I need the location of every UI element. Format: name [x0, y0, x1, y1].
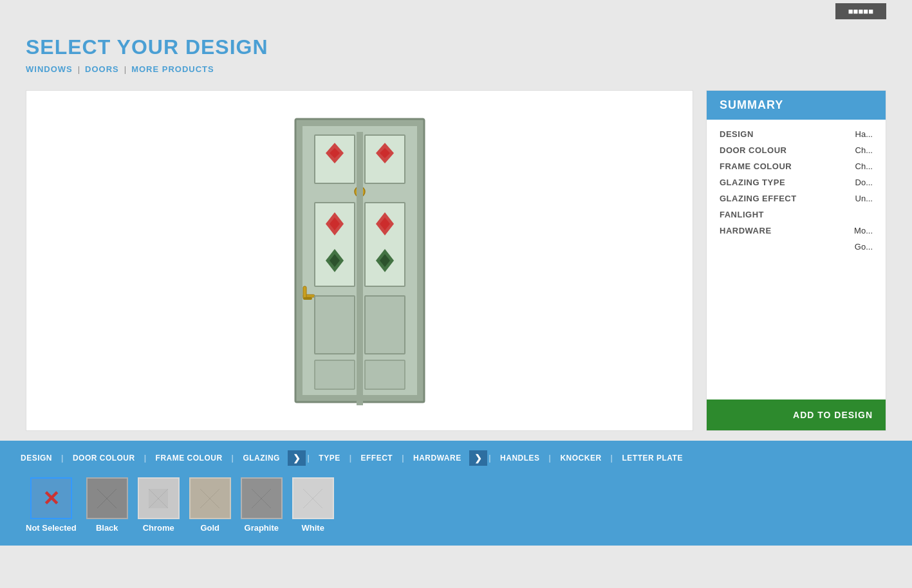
option-label-not-selected: Not Selected: [26, 523, 77, 533]
summary-header: SUMMARY: [707, 91, 886, 120]
summary-panel: SUMMARY DESIGN Ha... DOOR COLOUR Ch... F…: [706, 90, 886, 431]
tab-sep-5: |: [349, 454, 352, 463]
tab-door-colour[interactable]: DOOR COLOUR: [65, 448, 143, 468]
summary-row-glazing-effect: GLAZING EFFECT Un...: [720, 194, 873, 203]
nav-button[interactable]: ■■■■■: [835, 3, 886, 19]
tab-sep-8: |: [549, 454, 552, 463]
options-row: ✕ Not Selected Black: [13, 468, 899, 546]
summary-label-glazing-effect: GLAZING EFFECT: [720, 194, 797, 203]
tab-sep-7: |: [489, 454, 491, 463]
tab-frame-colour[interactable]: FRAME COLOUR: [148, 448, 230, 468]
option-label-gold: Gold: [200, 523, 219, 533]
svg-rect-24: [365, 296, 405, 354]
option-graphite[interactable]: Graphite: [241, 477, 283, 533]
tab-sep-6: |: [402, 454, 404, 463]
black-swatch: [86, 477, 128, 519]
summary-label-door-colour: DOOR COLOUR: [720, 145, 786, 155]
tab-type[interactable]: TYPE: [311, 448, 348, 468]
black-swatch-pattern: [97, 489, 116, 508]
tabs-row: DESIGN | DOOR COLOUR | FRAME COLOUR | GL…: [13, 448, 899, 468]
tab-letter-plate[interactable]: LETTER PLATE: [614, 448, 690, 468]
tab-handles[interactable]: HANDLES: [492, 448, 548, 468]
nav-sep-1: |: [78, 64, 80, 74]
page-title: SELECT YOUR DESIGN: [26, 35, 268, 59]
summary-value-design: Ha...: [855, 129, 873, 139]
option-not-selected[interactable]: ✕ Not Selected: [26, 477, 77, 533]
white-swatch: [292, 477, 334, 519]
summary-body: DESIGN Ha... DOOR COLOUR Ch... FRAME COL…: [707, 120, 886, 400]
summary-label-glazing-type: GLAZING TYPE: [720, 178, 785, 187]
summary-value-glazing-effect: Un...: [855, 194, 873, 203]
add-to-design-button[interactable]: ADD TO DESIGN: [707, 400, 886, 430]
tab-sep-2: |: [144, 454, 147, 463]
summary-row-extra: Go...: [720, 242, 873, 252]
nav-sep-2: |: [124, 64, 126, 74]
tab-effect[interactable]: EFFECT: [353, 448, 401, 468]
tab-sep-1: |: [61, 454, 64, 463]
nav-doors[interactable]: DOORS: [85, 64, 119, 74]
summary-row-hardware: HARDWARE Mo...: [720, 226, 873, 235]
svg-rect-22: [303, 297, 312, 300]
summary-label-hardware: HARDWARE: [720, 226, 772, 235]
tab-sep-3: |: [232, 454, 234, 463]
gold-swatch: [189, 477, 231, 519]
tab-hardware[interactable]: HARDWARE: [405, 448, 469, 468]
option-chrome[interactable]: Chrome: [138, 477, 180, 533]
summary-label-frame-colour: FRAME COLOUR: [720, 161, 792, 171]
svg-rect-26: [365, 360, 405, 389]
summary-value-frame-colour: Ch...: [855, 161, 873, 171]
option-label-chrome: Chrome: [143, 523, 174, 533]
svg-rect-25: [315, 360, 355, 389]
door-preview: [26, 90, 693, 431]
door-illustration: [289, 116, 431, 405]
chrome-swatch-pattern: [149, 489, 168, 508]
option-label-graphite: Graphite: [245, 523, 279, 533]
summary-value-door-colour: Ch...: [855, 145, 873, 155]
summary-row-glazing-type: GLAZING TYPE Do...: [720, 178, 873, 187]
summary-row-door-colour: DOOR COLOUR Ch...: [720, 145, 873, 155]
graphite-swatch: [241, 477, 283, 519]
summary-value-glazing-type: Do...: [855, 178, 873, 187]
nav-more-products[interactable]: MORE PRODUCTS: [131, 64, 214, 74]
option-black[interactable]: Black: [86, 477, 128, 533]
glazing-arrow[interactable]: ❯: [288, 450, 306, 466]
bottom-tabs: DESIGN | DOOR COLOUR | FRAME COLOUR | GL…: [0, 441, 912, 546]
option-label-black: Black: [96, 523, 118, 533]
hardware-arrow[interactable]: ❯: [469, 450, 488, 466]
summary-label-fanlight: FANLIGHT: [720, 210, 764, 219]
summary-row-frame-colour: FRAME COLOUR Ch...: [720, 161, 873, 171]
gold-swatch-pattern: [200, 489, 219, 508]
option-gold[interactable]: Gold: [189, 477, 231, 533]
summary-value-hardware: Mo...: [854, 226, 873, 235]
not-selected-swatch: ✕: [30, 477, 72, 519]
svg-rect-27: [357, 132, 363, 405]
nav-windows[interactable]: WINDOWS: [26, 64, 73, 74]
x-icon: ✕: [42, 488, 60, 509]
tab-glazing[interactable]: GLAZING: [235, 448, 288, 468]
summary-row-design: DESIGN Ha...: [720, 129, 873, 139]
tab-knocker[interactable]: KNOCKER: [552, 448, 609, 468]
option-white[interactable]: White: [292, 477, 334, 533]
tab-sep-4: |: [307, 454, 310, 463]
graphite-swatch-pattern: [252, 489, 271, 508]
tab-design[interactable]: DESIGN: [13, 448, 60, 468]
tab-sep-9: |: [611, 454, 613, 463]
summary-label-design: DESIGN: [720, 129, 754, 139]
white-swatch-pattern: [303, 489, 322, 508]
summary-value-extra: Go...: [855, 242, 873, 252]
summary-row-fanlight: FANLIGHT: [720, 210, 873, 219]
svg-rect-23: [315, 296, 355, 354]
option-label-white: White: [302, 523, 324, 533]
chrome-swatch: [138, 477, 180, 519]
